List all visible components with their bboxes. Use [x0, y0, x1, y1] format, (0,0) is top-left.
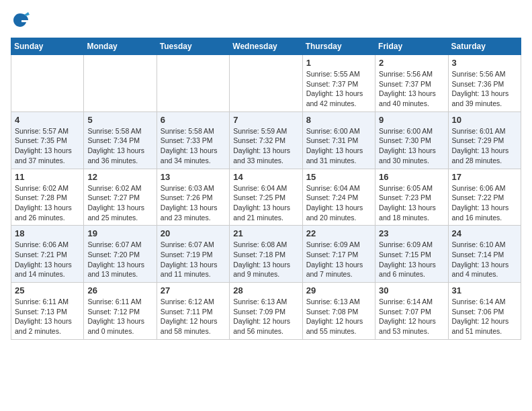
calendar-cell: 9Sunrise: 6:00 AM Sunset: 7:30 PM Daylig…	[375, 111, 448, 169]
logo-icon	[11, 11, 30, 30]
calendar-week-row: 25Sunrise: 6:11 AM Sunset: 7:13 PM Dayli…	[11, 283, 521, 340]
day-info: Sunrise: 6:05 AM Sunset: 7:23 PM Dayligh…	[379, 183, 444, 223]
calendar-cell: 2Sunrise: 5:56 AM Sunset: 7:37 PM Daylig…	[375, 55, 448, 112]
calendar-cell: 6Sunrise: 5:58 AM Sunset: 7:33 PM Daylig…	[157, 111, 229, 169]
calendar-cell: 15Sunrise: 6:04 AM Sunset: 7:24 PM Dayli…	[302, 169, 375, 226]
calendar-week-row: 4Sunrise: 5:57 AM Sunset: 7:35 PM Daylig…	[11, 111, 521, 169]
day-info: Sunrise: 6:11 AM Sunset: 7:13 PM Dayligh…	[15, 297, 80, 336]
day-info: Sunrise: 6:07 AM Sunset: 7:19 PM Dayligh…	[161, 240, 226, 279]
calendar-cell: 16Sunrise: 6:05 AM Sunset: 7:23 PM Dayli…	[375, 169, 448, 226]
day-info: Sunrise: 6:06 AM Sunset: 7:22 PM Dayligh…	[452, 183, 517, 223]
logo	[11, 11, 32, 30]
calendar-cell	[84, 55, 157, 112]
calendar-cell: 8Sunrise: 6:00 AM Sunset: 7:31 PM Daylig…	[302, 111, 375, 169]
day-info: Sunrise: 5:56 AM Sunset: 7:36 PM Dayligh…	[452, 69, 517, 109]
day-info: Sunrise: 6:13 AM Sunset: 7:09 PM Dayligh…	[233, 297, 298, 336]
day-number: 18	[15, 228, 80, 238]
calendar-cell: 24Sunrise: 6:10 AM Sunset: 7:14 PM Dayli…	[448, 226, 521, 283]
calendar-cell: 4Sunrise: 5:57 AM Sunset: 7:35 PM Daylig…	[11, 111, 84, 169]
day-info: Sunrise: 5:56 AM Sunset: 7:37 PM Dayligh…	[379, 69, 444, 109]
day-info: Sunrise: 6:01 AM Sunset: 7:29 PM Dayligh…	[452, 126, 517, 166]
calendar-cell: 7Sunrise: 5:59 AM Sunset: 7:32 PM Daylig…	[230, 111, 302, 169]
day-info: Sunrise: 6:09 AM Sunset: 7:15 PM Dayligh…	[379, 240, 444, 279]
calendar-cell: 30Sunrise: 6:14 AM Sunset: 7:07 PM Dayli…	[375, 283, 448, 340]
calendar-cell: 20Sunrise: 6:07 AM Sunset: 7:19 PM Dayli…	[157, 226, 229, 283]
calendar-cell: 23Sunrise: 6:09 AM Sunset: 7:15 PM Dayli…	[375, 226, 448, 283]
day-number: 7	[233, 115, 298, 125]
weekday-header: Monday	[84, 38, 157, 55]
day-number: 9	[379, 115, 444, 125]
day-number: 25	[15, 285, 80, 295]
calendar-table: SundayMondayTuesdayWednesdayThursdayFrid…	[11, 38, 521, 340]
day-info: Sunrise: 6:03 AM Sunset: 7:26 PM Dayligh…	[161, 183, 226, 223]
day-info: Sunrise: 5:55 AM Sunset: 7:37 PM Dayligh…	[306, 69, 371, 109]
calendar-cell: 11Sunrise: 6:02 AM Sunset: 7:28 PM Dayli…	[11, 169, 84, 226]
calendar-cell	[157, 55, 229, 112]
calendar-cell: 21Sunrise: 6:08 AM Sunset: 7:18 PM Dayli…	[230, 226, 302, 283]
day-number: 20	[161, 228, 226, 238]
calendar-cell: 18Sunrise: 6:06 AM Sunset: 7:21 PM Dayli…	[11, 226, 84, 283]
calendar-cell: 25Sunrise: 6:11 AM Sunset: 7:13 PM Dayli…	[11, 283, 84, 340]
day-info: Sunrise: 5:57 AM Sunset: 7:35 PM Dayligh…	[15, 126, 80, 166]
day-number: 5	[87, 115, 152, 125]
day-info: Sunrise: 5:59 AM Sunset: 7:32 PM Dayligh…	[233, 126, 298, 166]
day-number: 17	[452, 172, 517, 182]
day-info: Sunrise: 6:14 AM Sunset: 7:07 PM Dayligh…	[379, 297, 444, 336]
day-info: Sunrise: 6:09 AM Sunset: 7:17 PM Dayligh…	[306, 240, 371, 279]
day-info: Sunrise: 5:58 AM Sunset: 7:34 PM Dayligh…	[87, 126, 152, 166]
day-number: 6	[161, 115, 226, 125]
calendar-cell: 22Sunrise: 6:09 AM Sunset: 7:17 PM Dayli…	[302, 226, 375, 283]
day-number: 3	[452, 58, 517, 68]
day-info: Sunrise: 6:07 AM Sunset: 7:20 PM Dayligh…	[87, 240, 152, 279]
day-number: 23	[379, 228, 444, 238]
day-number: 31	[452, 285, 517, 295]
weekday-header: Sunday	[11, 38, 84, 55]
day-info: Sunrise: 5:58 AM Sunset: 7:33 PM Dayligh…	[161, 126, 226, 166]
day-number: 24	[452, 228, 517, 238]
calendar-cell: 3Sunrise: 5:56 AM Sunset: 7:36 PM Daylig…	[448, 55, 521, 112]
day-number: 22	[306, 228, 371, 238]
day-number: 21	[233, 228, 298, 238]
day-info: Sunrise: 6:04 AM Sunset: 7:24 PM Dayligh…	[306, 183, 371, 223]
calendar-cell	[11, 55, 84, 112]
day-number: 26	[87, 285, 152, 295]
calendar-cell: 17Sunrise: 6:06 AM Sunset: 7:22 PM Dayli…	[448, 169, 521, 226]
day-number: 8	[306, 115, 371, 125]
calendar-week-row: 18Sunrise: 6:06 AM Sunset: 7:21 PM Dayli…	[11, 226, 521, 283]
day-number: 12	[87, 172, 152, 182]
day-number: 1	[306, 58, 371, 68]
day-number: 14	[233, 172, 298, 182]
day-number: 11	[15, 172, 80, 182]
day-number: 30	[379, 285, 444, 295]
calendar-cell: 29Sunrise: 6:13 AM Sunset: 7:08 PM Dayli…	[302, 283, 375, 340]
day-info: Sunrise: 6:10 AM Sunset: 7:14 PM Dayligh…	[452, 240, 517, 279]
weekday-header: Friday	[375, 38, 448, 55]
day-info: Sunrise: 6:02 AM Sunset: 7:27 PM Dayligh…	[87, 183, 152, 223]
calendar-cell	[230, 55, 302, 112]
day-info: Sunrise: 6:12 AM Sunset: 7:11 PM Dayligh…	[161, 297, 226, 336]
calendar-cell: 13Sunrise: 6:03 AM Sunset: 7:26 PM Dayli…	[157, 169, 229, 226]
calendar-week-row: 1Sunrise: 5:55 AM Sunset: 7:37 PM Daylig…	[11, 55, 521, 112]
day-info: Sunrise: 6:04 AM Sunset: 7:25 PM Dayligh…	[233, 183, 298, 223]
day-info: Sunrise: 6:13 AM Sunset: 7:08 PM Dayligh…	[306, 297, 371, 336]
calendar-cell: 1Sunrise: 5:55 AM Sunset: 7:37 PM Daylig…	[302, 55, 375, 112]
day-info: Sunrise: 6:00 AM Sunset: 7:31 PM Dayligh…	[306, 126, 371, 166]
calendar-cell: 10Sunrise: 6:01 AM Sunset: 7:29 PM Dayli…	[448, 111, 521, 169]
calendar-week-row: 11Sunrise: 6:02 AM Sunset: 7:28 PM Dayli…	[11, 169, 521, 226]
calendar-cell: 31Sunrise: 6:14 AM Sunset: 7:06 PM Dayli…	[448, 283, 521, 340]
calendar-cell: 28Sunrise: 6:13 AM Sunset: 7:09 PM Dayli…	[230, 283, 302, 340]
day-number: 10	[452, 115, 517, 125]
day-number: 19	[87, 228, 152, 238]
calendar-cell: 14Sunrise: 6:04 AM Sunset: 7:25 PM Dayli…	[230, 169, 302, 226]
weekday-header: Saturday	[448, 38, 521, 55]
calendar-header-row: SundayMondayTuesdayWednesdayThursdayFrid…	[11, 38, 521, 55]
calendar-cell: 19Sunrise: 6:07 AM Sunset: 7:20 PM Dayli…	[84, 226, 157, 283]
page-header	[11, 11, 521, 30]
day-info: Sunrise: 6:08 AM Sunset: 7:18 PM Dayligh…	[233, 240, 298, 279]
day-number: 16	[379, 172, 444, 182]
day-info: Sunrise: 6:06 AM Sunset: 7:21 PM Dayligh…	[15, 240, 80, 279]
day-number: 29	[306, 285, 371, 295]
day-info: Sunrise: 6:14 AM Sunset: 7:06 PM Dayligh…	[452, 297, 517, 336]
day-number: 13	[161, 172, 226, 182]
calendar-cell: 5Sunrise: 5:58 AM Sunset: 7:34 PM Daylig…	[84, 111, 157, 169]
